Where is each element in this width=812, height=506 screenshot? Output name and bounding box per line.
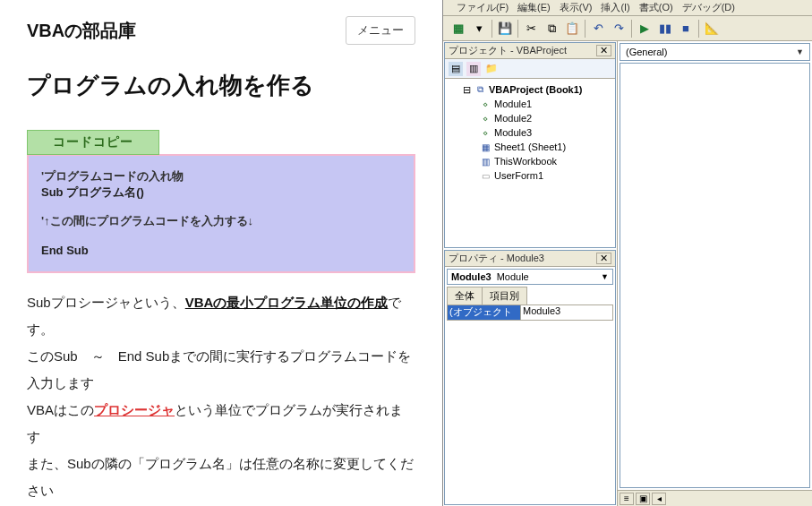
project-tree: ⊟ ⧉ VBAProject (Book1) ⋄Module1 ⋄Module2… — [445, 79, 615, 186]
tree-label: VBAProject (Book1) — [489, 84, 583, 95]
stop-icon[interactable]: ■ — [678, 21, 694, 37]
menu-debug[interactable]: デバッグ(D) — [682, 1, 735, 14]
text: このSub ～ End Subまでの間に実行するプログラムコードを入力します — [27, 343, 415, 397]
panel-title-text: プロジェクト - VBAProject — [449, 44, 567, 57]
property-row[interactable]: (オブジェクト名) Module3 — [448, 305, 612, 320]
view-object-icon[interactable]: ▥ — [466, 62, 481, 76]
view-code-icon[interactable]: ▤ — [449, 62, 463, 76]
tree-item-module[interactable]: ⋄Module1 — [449, 97, 611, 111]
menu-insert[interactable]: 挿入(I) — [601, 1, 629, 14]
undo-icon[interactable]: ↶ — [590, 21, 606, 37]
dropdown-icon[interactable]: ▾ — [471, 21, 487, 37]
link-procedure[interactable]: プロシージャ — [94, 402, 175, 417]
menu-view[interactable]: 表示(V) — [560, 1, 593, 14]
excel-icon[interactable]: ▦ — [450, 21, 466, 37]
close-icon[interactable]: ✕ — [596, 45, 611, 56]
code-copy-button[interactable]: コードコピー — [27, 130, 159, 155]
vbaproject-icon: ⧉ — [474, 83, 486, 96]
panel-title-text: プロパティ - Module3 — [449, 252, 544, 265]
tree-item-sheet[interactable]: ▦Sheet1 (Sheet1) — [449, 140, 611, 154]
menu-edit[interactable]: 編集(E) — [517, 1, 551, 14]
tab-all[interactable]: 全体 — [447, 287, 483, 304]
userform-icon: ▭ — [479, 169, 491, 182]
page-title: プログラムの入れ物を作る — [27, 70, 415, 101]
tree-label: Module3 — [494, 127, 532, 138]
design-mode-icon[interactable]: 📐 — [704, 21, 720, 37]
close-icon[interactable]: ✕ — [596, 253, 611, 264]
copy-icon[interactable]: ⧉ — [543, 21, 560, 37]
link-vba-min-unit[interactable]: VBAの最小プログラム単位の作成 — [185, 295, 389, 310]
run-icon[interactable]: ▶ — [637, 21, 653, 37]
tree-item-module[interactable]: ⋄Module3 — [449, 125, 611, 140]
tree-label: Sheet1 (Sheet1) — [494, 142, 566, 152]
properties-grid: (オブジェクト名) Module3 — [447, 304, 613, 321]
full-view-icon[interactable]: ▣ — [636, 493, 650, 505]
code-line: End Sub — [41, 243, 401, 259]
property-object-dropdown[interactable]: Module3 Module ▼ — [447, 269, 613, 285]
menu-format[interactable]: 書式(O) — [639, 1, 673, 14]
module-icon: ⋄ — [479, 126, 491, 139]
chevron-down-icon: ▼ — [601, 272, 612, 281]
save-icon[interactable]: 💾 — [497, 21, 513, 37]
tree-item-userform[interactable]: ▭UserForm1 — [449, 168, 611, 183]
code-line: '↑この間にプログラムコードを入力する↓ — [41, 213, 401, 229]
cut-icon[interactable]: ✂ — [523, 21, 539, 37]
tree-item-workbook[interactable]: ▥ThisWorkbook — [449, 154, 611, 168]
code-editor-area[interactable] — [620, 63, 810, 488]
pause-icon[interactable]: ▮▮ — [657, 21, 673, 37]
tree-label: UserForm1 — [494, 170, 543, 181]
toggle-folders-icon[interactable]: 📁 — [484, 62, 499, 76]
procedure-view-icon[interactable]: ≡ — [620, 493, 634, 505]
code-pane: (General) ▼ ≡ ▣ ◂ — [618, 41, 812, 506]
property-obj-type: Module — [495, 271, 529, 282]
menu-file[interactable]: ファイル(F) — [457, 1, 509, 14]
module-icon: ⋄ — [479, 98, 491, 110]
minus-icon: ⊟ — [463, 84, 471, 96]
code-block: 'プログラムコードの入れ物 Sub プログラム名() '↑この間にプログラムコー… — [27, 154, 415, 273]
project-explorer-panel: プロジェクト - VBAProject ✕ ▤ ▥ 📁 ⊟ ⧉ VBAProje… — [444, 42, 616, 248]
paste-icon[interactable]: 📋 — [564, 21, 580, 37]
chevron-down-icon: ▼ — [796, 47, 804, 56]
property-value[interactable]: Module3 — [521, 305, 612, 320]
tree-item-module[interactable]: ⋄Module2 — [449, 111, 611, 125]
workbook-icon: ▥ — [479, 155, 491, 167]
scroll-left-icon[interactable]: ◂ — [652, 493, 666, 505]
article-pane: VBAの部品庫 メニュー プログラムの入れ物を作る コードコピー 'プログラムコ… — [0, 0, 443, 506]
toolbar: ▦ ▾ 💾 ✂ ⧉ 📋 ↶ ↷ ▶ ▮▮ ■ 📐 — [443, 16, 812, 41]
text: VBAはこの — [27, 402, 94, 417]
property-obj-name: Module3 — [448, 271, 495, 282]
tree-root[interactable]: ⊟ ⧉ VBAProject (Book1) — [449, 82, 611, 97]
code-line: Sub プログラム名() — [41, 184, 401, 201]
site-title: VBAの部品庫 — [27, 19, 136, 43]
scope-label: (General) — [626, 47, 667, 57]
module-icon: ⋄ — [479, 112, 491, 124]
tab-categorized[interactable]: 項目別 — [482, 287, 527, 304]
code-footer: ≡ ▣ ◂ — [618, 490, 812, 506]
property-name: (オブジェクト名) — [448, 305, 521, 320]
properties-panel: プロパティ - Module3 ✕ Module3 Module ▼ 全体 項目… — [444, 250, 616, 505]
text: Subプロシージャという、 — [27, 295, 185, 310]
code-line: 'プログラムコードの入れ物 — [41, 168, 401, 184]
text: また、Subの隣の「プログラム名」は任意の名称に変更してください — [27, 450, 415, 504]
tree-label: ThisWorkbook — [494, 156, 557, 167]
menu-button[interactable]: メニュー — [346, 16, 415, 45]
menu-bar: ファイル(F) 編集(E) 表示(V) 挿入(I) 書式(O) デバッグ(D) — [443, 0, 812, 16]
article-body: Subプロシージャという、VBAの最小プログラム単位の作成です。 このSub ～… — [27, 289, 415, 504]
vbe-editor: ファイル(F) 編集(E) 表示(V) 挿入(I) 書式(O) デバッグ(D) … — [443, 0, 812, 506]
tree-label: Module2 — [494, 113, 532, 124]
tree-label: Module1 — [494, 99, 532, 109]
scope-dropdown[interactable]: (General) ▼ — [620, 43, 810, 61]
redo-icon[interactable]: ↷ — [611, 21, 627, 37]
sheet-icon: ▦ — [479, 141, 491, 153]
